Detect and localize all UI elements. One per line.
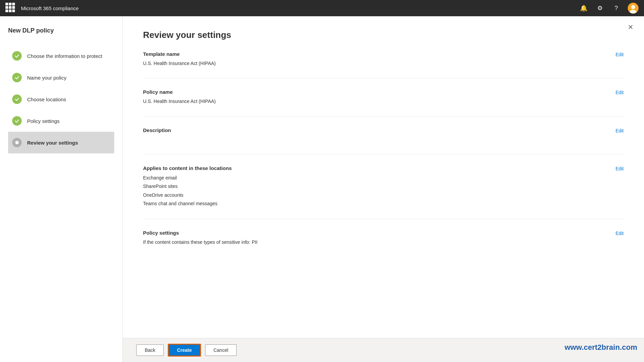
policy-name-content: Policy name U.S. Health Insurance Act (H… — [143, 89, 602, 105]
description-edit[interactable]: Edit — [616, 128, 624, 133]
template-name-edit[interactable]: Edit — [616, 52, 624, 57]
step-label-choose-locations: Choose locations — [27, 97, 66, 102]
policy-settings-value: If the content contains these types of s… — [143, 238, 602, 246]
content-panel: Review your settings Template name U.S. … — [123, 16, 644, 338]
template-name-row: Template name U.S. Health Insurance Act … — [143, 51, 624, 67]
description-row: Description Edit — [143, 127, 624, 143]
create-button[interactable]: Create — [168, 344, 201, 357]
main-container: New DLP policy Choose the information to… — [0, 16, 644, 362]
sidebar-item-name-policy[interactable]: Name your policy — [8, 67, 114, 88]
policy-name-edit[interactable]: Edit — [616, 90, 624, 95]
list-item: OneDrive accounts — [143, 191, 602, 199]
list-item: SharePoint sites — [143, 182, 602, 191]
policy-name-label: Policy name — [143, 89, 602, 95]
locations-row: Applies to content in these locations Ex… — [143, 165, 624, 208]
policy-settings-edit[interactable]: Edit — [616, 231, 624, 236]
locations-list: Exchange email SharePoint sites OneDrive… — [143, 174, 602, 208]
sidebar-item-review-settings[interactable]: Review your settings — [8, 132, 114, 153]
step-label-name-policy: Name your policy — [27, 75, 66, 81]
policy-settings-content: Policy settings If the content contains … — [143, 230, 602, 246]
description-content: Description — [143, 127, 602, 143]
notifications-icon[interactable]: 🔔 — [579, 3, 588, 13]
step-label-choose-info: Choose the information to protect — [27, 53, 102, 59]
step-icon-name-policy — [12, 73, 22, 82]
list-item: Teams chat and channel messages — [143, 199, 602, 208]
svg-point-1 — [631, 5, 635, 9]
description-label: Description — [143, 127, 602, 133]
locations-content: Applies to content in these locations Ex… — [143, 165, 602, 208]
template-name-content: Template name U.S. Health Insurance Act … — [143, 51, 602, 67]
step-label-policy-settings: Policy settings — [27, 118, 60, 124]
policy-name-value: U.S. Health Insurance Act (HIPAA) — [143, 98, 602, 105]
list-item: Exchange email — [143, 174, 602, 182]
footer-bar: Back Create Cancel — [123, 338, 644, 362]
sidebar: New DLP policy Choose the information to… — [0, 16, 123, 362]
policy-name-row: Policy name U.S. Health Insurance Act (H… — [143, 89, 624, 105]
steps-list: Choose the information to protect Name y… — [8, 45, 114, 153]
sidebar-title: New DLP policy — [8, 27, 114, 34]
page-title: Review your settings — [143, 30, 624, 40]
content-area: ✕ Review your settings Template name U.S… — [123, 16, 644, 362]
description-value — [143, 136, 602, 143]
policy-name-section: Policy name U.S. Health Insurance Act (H… — [143, 89, 624, 116]
locations-section: Applies to content in these locations Ex… — [143, 165, 624, 219]
step-icon-choose-locations — [12, 94, 22, 104]
template-name-section: Template name U.S. Health Insurance Act … — [143, 51, 624, 78]
policy-settings-row: Policy settings If the content contains … — [143, 230, 624, 246]
topbar: Microsoft 365 compliance 🔔 ⚙ ? — [0, 0, 644, 16]
help-icon[interactable]: ? — [611, 3, 621, 13]
template-name-label: Template name — [143, 51, 602, 57]
policy-settings-section: Policy settings If the content contains … — [143, 230, 624, 257]
step-icon-policy-settings — [12, 116, 22, 126]
step-label-review-settings: Review your settings — [27, 140, 78, 146]
settings-icon[interactable]: ⚙ — [595, 3, 605, 13]
description-section: Description Edit — [143, 127, 624, 154]
back-button[interactable]: Back — [136, 344, 164, 356]
cancel-button[interactable]: Cancel — [205, 344, 237, 356]
avatar[interactable] — [628, 3, 639, 14]
sidebar-item-choose-info[interactable]: Choose the information to protect — [8, 45, 114, 67]
locations-edit[interactable]: Edit — [616, 166, 624, 171]
sidebar-item-choose-locations[interactable]: Choose locations — [8, 88, 114, 110]
close-button[interactable]: ✕ — [625, 22, 636, 33]
step-icon-choose-info — [12, 51, 22, 61]
step-icon-review-settings — [12, 138, 22, 147]
template-name-value: U.S. Health Insurance Act (HIPAA) — [143, 60, 602, 67]
policy-settings-label: Policy settings — [143, 230, 602, 236]
locations-label: Applies to content in these locations — [143, 165, 602, 171]
sidebar-item-policy-settings[interactable]: Policy settings — [8, 110, 114, 132]
waffle-menu[interactable] — [5, 3, 16, 14]
topbar-actions: 🔔 ⚙ ? — [579, 3, 639, 14]
app-title: Microsoft 365 compliance — [21, 5, 579, 11]
